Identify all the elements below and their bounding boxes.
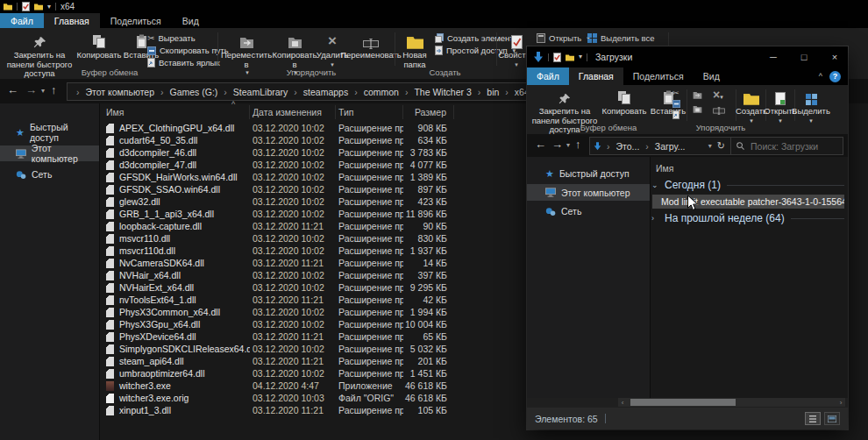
move-to-icon[interactable] <box>693 90 702 100</box>
sidebar-item-quick-access[interactable]: ★ Быстрый доступ <box>527 166 650 181</box>
column-header-name[interactable]: Имя <box>656 163 848 174</box>
file-type-icon <box>106 332 114 342</box>
file-type-icon <box>106 406 114 415</box>
breadcrumb-item[interactable]: x64 <box>500 87 530 97</box>
view-toggles <box>801 412 840 425</box>
scissors-icon[interactable]: ✂ <box>672 89 679 97</box>
sidebar-item-network[interactable]: Сеть <box>527 203 650 219</box>
breadcrumb-item[interactable]: Загру... <box>640 141 686 152</box>
breadcrumb-item[interactable]: common <box>349 87 400 97</box>
breadcrumb: Этот компьютерGames (G:)SteamLibrarystea… <box>71 87 530 97</box>
scrollbar-thumb[interactable] <box>630 399 736 406</box>
close-button[interactable]: × <box>822 46 848 67</box>
back-button[interactable]: ← <box>7 84 18 96</box>
breadcrumb-item[interactable]: Это... <box>601 141 640 152</box>
group-header-today[interactable]: ⌄ Сегодня (1) <box>651 179 844 191</box>
breadcrumb-item[interactable]: The Witcher 3 <box>400 87 473 97</box>
tab-home[interactable]: Главная <box>569 67 623 85</box>
column-header-type[interactable]: Тип <box>336 105 403 119</box>
breadcrumb-item[interactable]: bin <box>473 87 501 97</box>
select-all-button[interactable]: Выделить все <box>587 33 654 43</box>
select-button[interactable]: Выделить <box>796 88 826 124</box>
up-button[interactable]: ↑ <box>51 84 57 96</box>
forward-button[interactable]: → <box>25 84 37 96</box>
sidebar-item-this-pc[interactable]: Этот компьютер <box>0 145 99 161</box>
recent-locations-caret[interactable]: ▾ <box>566 142 570 149</box>
quick-access-toolbar-caret[interactable]: ▾ <box>579 53 582 60</box>
sidebar-item-this-pc[interactable]: Этот компьютер <box>527 184 650 201</box>
address-dropdown-caret[interactable]: ▾ <box>703 142 717 150</box>
file-type-icon <box>106 222 114 231</box>
breadcrumb-item[interactable]: SteamLibrary <box>218 87 288 97</box>
open-button[interactable]: Открыть <box>537 33 590 43</box>
group-label-clipboard: Буфер обмена <box>551 123 665 132</box>
column-header-size[interactable]: Размер <box>403 105 454 119</box>
refresh-icon[interactable]: ↻ <box>717 140 730 152</box>
scroll-right-arrow[interactable]: › <box>836 398 845 407</box>
breadcrumb-item[interactable]: Games (G:) <box>155 87 218 97</box>
shortcut-icon[interactable] <box>672 110 679 119</box>
new-folder-button[interactable]: Новая папка <box>396 32 433 69</box>
cut-button[interactable]: ✂ Вырезать <box>147 33 196 43</box>
minimize-button[interactable]: ─ <box>760 46 786 67</box>
forward-button[interactable]: → <box>551 138 563 150</box>
chevron-down-icon: ⌄ <box>651 181 658 189</box>
file-name: SimplygonSDKCLIReleasex64.dll <box>119 344 250 354</box>
tab-view[interactable]: Вид <box>694 67 729 85</box>
address-bar[interactable]: Этот компьютерGames (G:)SteamLibrarystea… <box>67 82 530 101</box>
copy-to-icon[interactable] <box>693 104 702 114</box>
group-header-last-week[interactable]: › На прошлой неделе (64) <box>651 212 844 224</box>
copy-button[interactable]: Копировать <box>77 32 121 60</box>
selected-file-row[interactable]: Mod limit executable patcher-3643-1-0-15… <box>652 195 844 209</box>
back-button[interactable]: ← <box>535 138 546 150</box>
address-bar[interactable]: Это...Загру... ▾ ↻ <box>589 137 731 155</box>
downloads-title-bar[interactable]: ▾ Загрузки ─ □ × <box>527 46 848 67</box>
file-type-icon <box>106 357 114 366</box>
tab-file[interactable]: Файл <box>527 67 569 85</box>
paste-button[interactable]: Вставить <box>649 88 687 117</box>
tab-share[interactable]: Поделиться <box>623 67 694 85</box>
search-input[interactable] <box>749 140 831 153</box>
properties-quick-icon[interactable] <box>22 2 30 11</box>
collapse-ribbon-button[interactable]: ^ <box>812 67 829 85</box>
horizontal-scrollbar[interactable]: ‹ › <box>618 398 845 407</box>
create-button[interactable]: Создать <box>738 88 765 124</box>
new-folder-quick-icon[interactable] <box>34 3 43 11</box>
maximize-button[interactable]: □ <box>791 46 817 67</box>
file-date: 03.12.2020 10:02 <box>250 135 336 145</box>
breadcrumb-item[interactable]: steamapps <box>288 87 349 97</box>
title-bar[interactable]: ▾ x64 <box>0 0 868 13</box>
details-view-button[interactable] <box>805 412 821 425</box>
quick-access-toolbar-caret[interactable]: ▾ <box>47 4 51 11</box>
search-box[interactable] <box>730 137 843 155</box>
up-button[interactable]: ↑ <box>575 138 581 150</box>
thumbnails-view-button[interactable] <box>824 412 840 425</box>
column-header-name[interactable]: Имя <box>103 105 250 119</box>
delete-x-icon[interactable]: ×▾ <box>713 88 723 102</box>
copy-path-button[interactable]: Скопировать путь <box>147 46 229 55</box>
breadcrumb-item[interactable]: Этот компьютер <box>71 87 155 97</box>
file-name: GFSDK_HairWorks.win64.dll <box>119 172 238 182</box>
properties-quick-icon[interactable] <box>553 53 561 62</box>
column-header-date[interactable]: Дата изменения <box>250 105 336 119</box>
file-size: 1 994 КБ <box>403 307 454 317</box>
open-button[interactable]: Открыть <box>767 88 793 124</box>
file-date: 03.12.2020 10:02 <box>250 307 336 317</box>
tab-share[interactable]: Поделиться <box>100 13 172 28</box>
recent-locations-caret[interactable]: ▾ <box>41 88 45 95</box>
sidebar-item-network[interactable]: Сеть <box>0 167 99 182</box>
copy-path-icon[interactable] <box>672 100 680 108</box>
copy-button[interactable]: Копировать <box>600 88 649 117</box>
scroll-left-arrow[interactable]: ‹ <box>618 398 627 407</box>
paste-shortcut-button[interactable]: Вставить ярлык <box>147 58 220 67</box>
pin-icon <box>33 32 46 49</box>
sidebar-item-quick-access[interactable]: ★ Быстрый доступ <box>0 124 99 140</box>
tab-home[interactable]: Главная <box>44 13 100 28</box>
file-name: PhysXDevice64.dll <box>119 331 196 342</box>
tab-file[interactable]: Файл <box>0 13 44 28</box>
tab-view[interactable]: Вид <box>172 13 210 28</box>
rename-button[interactable]: Переименовать <box>347 32 395 60</box>
help-button[interactable]: ? <box>829 71 841 82</box>
rename-icon[interactable] <box>713 107 725 115</box>
new-folder-quick-icon[interactable] <box>566 53 574 61</box>
